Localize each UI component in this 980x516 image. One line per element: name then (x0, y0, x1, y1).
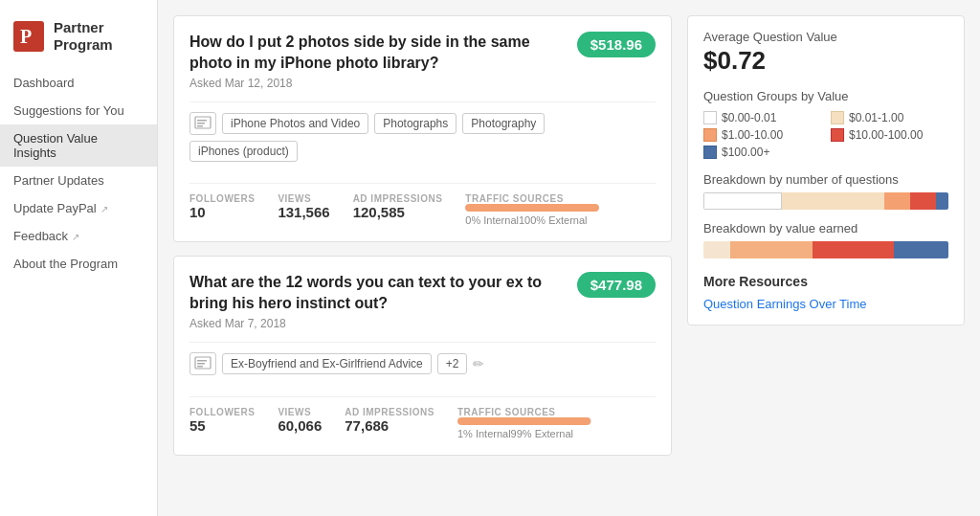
followers-value-1: 10 (189, 204, 255, 220)
bq-seg-3 (910, 192, 936, 210)
views-label-1: VIEWS (278, 193, 329, 204)
avg-value-section: Average Question Value $0.72 Question Gr… (687, 15, 965, 325)
question-tags-row-2: Ex-Boyfriend and Ex-Girlfriend Advice +2… (189, 342, 656, 385)
legend-swatch-1 (831, 111, 844, 124)
svg-rect-7 (197, 360, 207, 362)
question-stats-1: FOLLOWERS 10 VIEWS 131,566 AD IMPRESSION… (189, 183, 656, 226)
legend-swatch-2 (703, 128, 717, 142)
sidebar-item-feedback[interactable]: Feedback↗ (0, 222, 157, 250)
bq-seg-0 (703, 192, 782, 210)
views-stat-2: VIEWS 60,066 (278, 407, 322, 434)
sidebar-logo-text: Partner Program (54, 19, 113, 54)
legend-item-2: $1.00-10.00 (703, 128, 821, 142)
svg-rect-8 (197, 363, 205, 365)
ad-stat-2: AD IMPRESSIONS 77,686 (345, 407, 434, 434)
traffic-bar-outer-2 (457, 417, 591, 425)
tag-photographs[interactable]: Photographs (374, 113, 457, 134)
tag-icon-svg-2 (194, 356, 212, 371)
legend-label-1: $0.01-1.00 (849, 111, 903, 124)
views-label-2: VIEWS (278, 407, 322, 417)
question-price-2: $477.98 (577, 272, 656, 298)
question-card-1: How do I put 2 photos side by side in th… (173, 15, 672, 242)
breakdown-questions-bar (703, 192, 948, 210)
followers-stat-2: FOLLOWERS 55 (189, 407, 255, 434)
more-resources-title: More Resources (703, 274, 948, 289)
external-link-icon-2: ↗ (72, 232, 79, 242)
traffic-bar-inner-2 (457, 417, 590, 425)
tag-icon-1 (189, 112, 216, 135)
followers-label-1: FOLLOWERS (189, 193, 255, 204)
tag-photography[interactable]: Photography (462, 113, 545, 134)
tag-exboyfriend[interactable]: Ex-Boyfriend and Ex-Girlfriend Advice (222, 353, 432, 374)
ad-label-1: AD IMPRESSIONS (353, 193, 443, 204)
sidebar-item-partner-updates[interactable]: Partner Updates (0, 167, 157, 194)
question-header-2: What are the 12 words you can text to yo… (189, 272, 656, 313)
tag-iphones-product[interactable]: iPhones (product) (189, 141, 298, 162)
tag-iphone-photos[interactable]: iPhone Photos and Video (222, 113, 368, 134)
tag-plus2[interactable]: +2 (437, 353, 468, 374)
traffic-bar-inner-1 (465, 204, 599, 212)
breakdown-questions-title: Breakdown by number of questions (703, 172, 948, 187)
views-value-2: 60,066 (278, 417, 322, 434)
main-content: How do I put 2 photos side by side in th… (158, 0, 980, 516)
legend-swatch-4 (703, 146, 717, 159)
views-value-1: 131,566 (278, 204, 329, 220)
question-price-1: $518.96 (577, 32, 656, 57)
legend-item-3: $10.00-100.00 (831, 128, 948, 142)
followers-label-2: FOLLOWERS (189, 407, 255, 417)
legend-label-3: $10.00-100.00 (849, 128, 923, 142)
question-date-1: Asked Mar 12, 2018 (189, 77, 656, 90)
breakdown-value-bar (703, 241, 948, 258)
views-stat-1: VIEWS 131,566 (278, 193, 329, 220)
sidebar-item-suggestions[interactable]: Suggestions for You (0, 97, 157, 124)
legend-item-4: $100.00+ (703, 146, 821, 159)
svg-rect-4 (197, 123, 205, 124)
questions-column: How do I put 2 photos side by side in th… (173, 15, 672, 501)
traffic-text-1: 0% Internal100% External (465, 214, 599, 226)
right-panel: Average Question Value $0.72 Question Gr… (687, 15, 965, 501)
avg-label: Average Question Value (703, 30, 948, 44)
bv-seg-2 (813, 241, 894, 258)
legend-item-0: $0.00-0.01 (703, 111, 821, 124)
bq-seg-2 (884, 192, 910, 210)
question-date-2: Asked Mar 7, 2018 (189, 317, 656, 330)
sidebar-nav: Dashboard Suggestions for You Question V… (0, 69, 157, 278)
traffic-bar-outer-1 (465, 204, 599, 212)
traffic-label-1: TRAFFIC SOURCES (465, 193, 599, 204)
svg-rect-9 (197, 366, 203, 368)
bq-seg-4 (936, 192, 948, 210)
question-stats-2: FOLLOWERS 55 VIEWS 60,066 AD IMPRESSIONS… (189, 396, 656, 439)
avg-value: $0.72 (703, 46, 948, 76)
bq-seg-1 (782, 192, 884, 210)
question-earnings-link[interactable]: Question Earnings Over Time (703, 297, 867, 311)
tag-icon-2 (189, 352, 216, 375)
bv-seg-0 (703, 241, 730, 258)
traffic-label-2: TRAFFIC SOURCES (457, 407, 591, 417)
followers-stat-1: FOLLOWERS 10 (189, 193, 255, 220)
bv-seg-3 (894, 241, 948, 258)
sidebar-item-about[interactable]: About the Program (0, 250, 157, 278)
ad-stat-1: AD IMPRESSIONS 120,585 (353, 193, 443, 220)
sidebar-item-question-value-insights[interactable]: Question Value Insights (0, 124, 157, 167)
tag-icon-svg-1 (194, 116, 212, 131)
question-tags-row-1: iPhone Photos and Video Photographs Phot… (189, 101, 656, 171)
legend-label-4: $100.00+ (722, 146, 769, 159)
legend-label-2: $1.00-10.00 (722, 128, 783, 142)
groups-legend: $0.00-0.01 $0.01-1.00 $1.00-10.00 $10.00… (703, 111, 948, 159)
sidebar: P Partner Program Dashboard Suggestions … (0, 0, 158, 516)
svg-rect-3 (197, 120, 207, 122)
ad-value-2: 77,686 (345, 417, 434, 434)
legend-swatch-3 (831, 128, 844, 142)
external-link-icon: ↗ (100, 204, 108, 214)
question-title-1: How do I put 2 photos side by side in th… (189, 32, 577, 73)
traffic-stat-1: TRAFFIC SOURCES 0% Internal100% External (465, 193, 599, 226)
sidebar-item-update-paypal[interactable]: Update PayPal↗ (0, 194, 157, 222)
breakdown-value-title: Breakdown by value earned (703, 221, 948, 236)
sidebar-item-dashboard[interactable]: Dashboard (0, 69, 157, 97)
legend-label-0: $0.00-0.01 (722, 111, 776, 124)
question-header-1: How do I put 2 photos side by side in th… (189, 32, 656, 73)
followers-value-2: 55 (189, 417, 255, 434)
svg-rect-5 (197, 125, 203, 127)
traffic-stat-2: TRAFFIC SOURCES 1% Internal99% External (457, 407, 591, 439)
edit-icon-2[interactable]: ✏ (473, 356, 484, 371)
